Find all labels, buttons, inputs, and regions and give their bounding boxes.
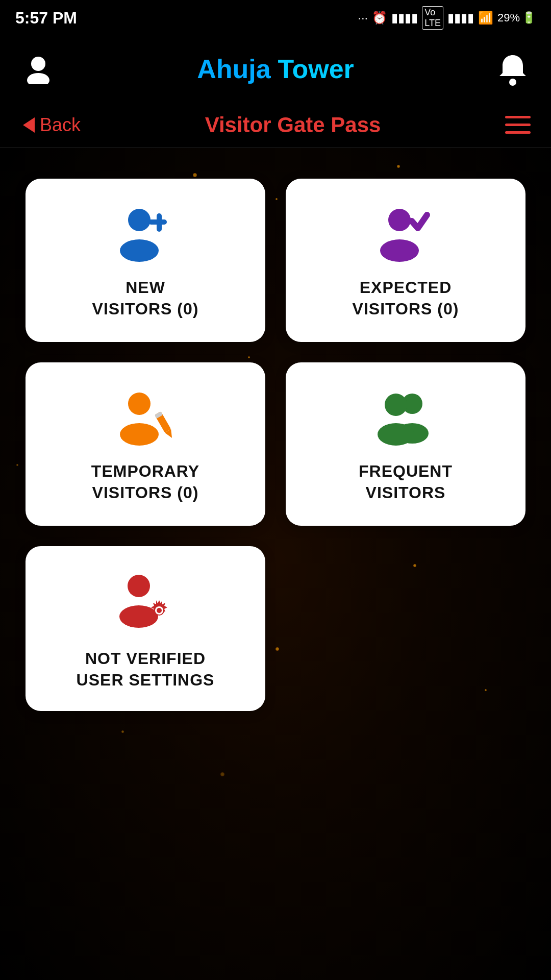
signal2-icon: ▮▮▮▮ <box>447 11 474 25</box>
menu-line-1 <box>505 116 531 118</box>
svg-point-8 <box>388 209 411 231</box>
battery-icon: 🔋 <box>522 11 536 24</box>
lte-icon: VoLTE <box>422 6 443 30</box>
temporary-visitors-label: TEMPORARYVISITORS (0) <box>91 461 199 503</box>
not-verified-label: NOT VERIFIEDUSER SETTINGS <box>77 648 215 691</box>
back-button[interactable]: Back <box>20 114 81 136</box>
content-area: NEWVISITORS (0) EXPECTEDVISITORS (0) <box>0 148 551 980</box>
battery-percent: 29% <box>497 11 520 24</box>
frequent-visitors-label: FREQUENTVISITORS <box>359 461 453 503</box>
svg-rect-7 <box>148 219 167 225</box>
title-tower: Tower <box>278 54 354 84</box>
new-visitors-card[interactable]: NEWVISITORS (0) <box>26 179 265 342</box>
svg-point-18 <box>378 423 414 446</box>
svg-point-4 <box>128 209 151 231</box>
dots-icon: ··· <box>358 11 368 25</box>
svg-point-10 <box>128 393 151 415</box>
signal-icon: ▮▮▮▮ <box>391 11 418 25</box>
expected-visitors-label: EXPECTEDVISITORS (0) <box>353 277 459 320</box>
new-visitors-label: NEWVISITORS (0) <box>92 277 199 320</box>
svg-point-1 <box>27 73 49 84</box>
page-title: Visitor Gate Pass <box>205 113 381 137</box>
temporary-visitors-card[interactable]: TEMPORARYVISITORS (0) <box>26 362 265 526</box>
status-bar: 5:57 PM ··· ⏰ ▮▮▮▮ VoLTE ▮▮▮▮ 📶 29% 🔋 <box>0 0 551 36</box>
expected-visitors-card[interactable]: EXPECTEDVISITORS (0) <box>286 179 525 342</box>
menu-line-2 <box>505 124 531 126</box>
svg-marker-3 <box>23 117 35 133</box>
app-header: Ahuja Tower <box>0 36 551 102</box>
not-verified-icon <box>112 572 179 633</box>
temporary-visitors-icon <box>115 389 176 446</box>
menu-icon[interactable] <box>505 116 531 134</box>
svg-point-5 <box>120 239 159 262</box>
alarm-icon: ⏰ <box>372 11 387 25</box>
svg-point-23 <box>157 608 162 613</box>
cards-grid: NEWVISITORS (0) EXPECTEDVISITORS (0) <box>26 179 525 546</box>
svg-point-11 <box>120 423 159 446</box>
svg-point-2 <box>509 79 516 86</box>
expected-visitors-icon <box>375 206 436 262</box>
svg-point-9 <box>380 239 419 262</box>
bottom-row: NOT VERIFIEDUSER SETTINGS <box>26 546 265 711</box>
frequent-visitors-icon <box>372 389 439 446</box>
menu-line-3 <box>505 131 531 134</box>
frequent-visitors-card[interactable]: FREQUENTVISITORS <box>286 362 525 526</box>
svg-point-20 <box>119 605 158 628</box>
battery-indicator: 29% 🔋 <box>497 11 536 24</box>
svg-point-19 <box>128 575 150 597</box>
wifi-icon: 📶 <box>478 11 493 25</box>
notification-bell-icon[interactable] <box>495 51 531 87</box>
nav-bar: Back Visitor Gate Pass <box>0 102 551 148</box>
new-visitors-icon <box>115 206 176 262</box>
profile-icon[interactable] <box>20 51 56 87</box>
status-time: 5:57 PM <box>15 9 77 28</box>
svg-point-0 <box>31 57 45 71</box>
not-verified-card[interactable]: NOT VERIFIEDUSER SETTINGS <box>26 546 265 711</box>
title-ahuja: Ahuja <box>197 54 270 84</box>
app-title: Ahuja Tower <box>197 54 354 84</box>
back-label: Back <box>40 114 81 136</box>
status-icons: ··· ⏰ ▮▮▮▮ VoLTE ▮▮▮▮ 📶 29% 🔋 <box>358 6 536 30</box>
svg-point-17 <box>385 394 407 416</box>
